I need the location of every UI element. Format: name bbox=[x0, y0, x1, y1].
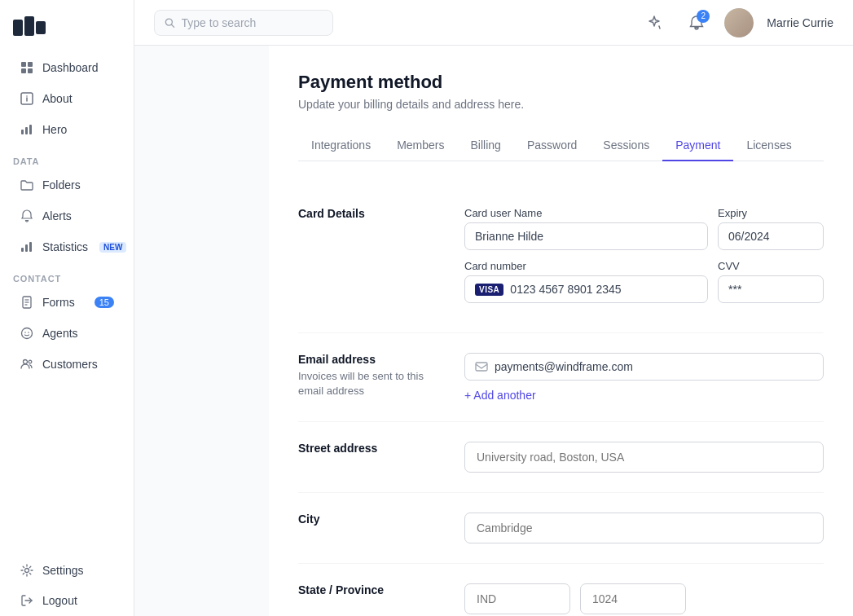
card-row-1: Card user Name Expiry bbox=[464, 207, 824, 250]
statistics-badge: NEW bbox=[99, 242, 126, 253]
sidebar-item-statistics-label: Statistics bbox=[42, 240, 88, 253]
svg-rect-10 bbox=[21, 130, 24, 134]
contact-section-label: CONTACT bbox=[0, 262, 134, 287]
svg-point-24 bbox=[29, 360, 32, 363]
zip-input[interactable] bbox=[580, 583, 686, 614]
expiry-group: Expiry bbox=[718, 207, 824, 250]
sidebar-item-customers[interactable]: Customers bbox=[7, 350, 127, 379]
tab-bar: Integrations Members Billing Password Se… bbox=[298, 130, 824, 161]
search-box[interactable] bbox=[154, 10, 333, 36]
sidebar-item-agents[interactable]: Agents bbox=[7, 319, 127, 348]
grid-icon bbox=[20, 60, 34, 75]
tab-password[interactable]: Password bbox=[514, 130, 590, 161]
state-section: State / Province bbox=[298, 564, 824, 616]
bell-icon bbox=[20, 209, 34, 223]
logo[interactable] bbox=[0, 0, 134, 52]
svg-rect-13 bbox=[21, 248, 24, 252]
forms-badge: 15 bbox=[95, 297, 114, 308]
card-details-content: Card user Name Expiry Card number VISA bbox=[464, 207, 824, 313]
card-user-name-label: Card user Name bbox=[464, 207, 708, 219]
sidebar-item-dashboard-label: Dashboard bbox=[42, 61, 99, 74]
tab-payment[interactable]: Payment bbox=[662, 130, 733, 161]
email-sublabel: Invoices will be sent to this email addr… bbox=[298, 369, 445, 398]
cvv-input[interactable] bbox=[728, 283, 777, 296]
sidebar-item-about[interactable]: About bbox=[7, 84, 127, 113]
page-title: Payment method bbox=[298, 72, 824, 93]
sidebar-item-agents-label: Agents bbox=[42, 327, 78, 340]
svg-rect-0 bbox=[13, 20, 23, 36]
bar-chart-icon bbox=[20, 122, 34, 137]
tab-billing[interactable]: Billing bbox=[458, 130, 514, 161]
sidebar-item-hero-label: Hero bbox=[42, 123, 67, 136]
avatar-image bbox=[724, 8, 754, 37]
gear-icon bbox=[20, 563, 34, 578]
card-details-label-col: Card Details bbox=[298, 207, 445, 223]
document-icon bbox=[20, 295, 34, 310]
svg-rect-12 bbox=[29, 125, 32, 134]
sidebar-item-dashboard[interactable]: Dashboard bbox=[7, 53, 127, 82]
data-section-label: DATA bbox=[0, 145, 134, 169]
sidebar-item-folders-label: Folders bbox=[42, 178, 81, 191]
sidebar-item-statistics[interactable]: Statistics NEW bbox=[7, 232, 127, 262]
street-label: Street address bbox=[298, 442, 445, 455]
add-another-label: + Add another bbox=[464, 389, 536, 402]
sidebar-item-forms-label: Forms bbox=[42, 296, 75, 309]
sidebar-item-alerts-label: Alerts bbox=[42, 209, 72, 222]
svg-point-20 bbox=[22, 328, 33, 339]
email-input[interactable] bbox=[495, 360, 813, 373]
launch-icon bbox=[646, 15, 662, 31]
tab-members[interactable]: Members bbox=[384, 130, 457, 161]
expiry-input[interactable] bbox=[718, 222, 824, 250]
topbar: 2 Marrie Currie bbox=[134, 0, 853, 46]
sidebar-item-folders[interactable]: Folders bbox=[7, 170, 127, 200]
chart-icon bbox=[20, 240, 34, 254]
people-icon bbox=[20, 357, 34, 372]
notifications-btn[interactable]: 2 bbox=[682, 8, 711, 37]
street-content bbox=[464, 442, 824, 473]
add-another-btn[interactable]: + Add another bbox=[464, 389, 824, 402]
sidebar-item-settings-label: Settings bbox=[42, 564, 84, 577]
street-section: Street address bbox=[298, 422, 824, 493]
sidebar-item-about-label: About bbox=[42, 92, 73, 105]
svg-rect-1 bbox=[24, 16, 34, 36]
card-number-wrap: VISA bbox=[464, 275, 708, 303]
city-label: City bbox=[298, 513, 445, 526]
city-section: City bbox=[298, 493, 824, 564]
email-label-col: Email address Invoices will be sent to t… bbox=[298, 353, 445, 398]
sidebar-item-settings[interactable]: Settings bbox=[7, 556, 127, 585]
sidebar-item-alerts[interactable]: Alerts bbox=[7, 201, 127, 231]
city-input[interactable] bbox=[464, 513, 824, 543]
tab-licenses[interactable]: Licenses bbox=[733, 130, 804, 161]
svg-rect-15 bbox=[29, 242, 32, 252]
tab-integrations[interactable]: Integrations bbox=[298, 130, 384, 161]
sidebar-item-logout[interactable]: Logout bbox=[7, 586, 127, 615]
svg-rect-5 bbox=[21, 68, 26, 73]
svg-point-22 bbox=[28, 332, 29, 333]
launch-icon-btn[interactable] bbox=[640, 8, 669, 37]
avatar[interactable] bbox=[724, 8, 754, 37]
svg-rect-4 bbox=[28, 62, 33, 67]
card-number-group: Card number VISA bbox=[464, 260, 708, 303]
card-details-section: Card Details Card user Name Expiry Card … bbox=[298, 187, 824, 333]
svg-point-25 bbox=[25, 569, 29, 573]
tab-sessions[interactable]: Sessions bbox=[590, 130, 662, 161]
svg-rect-6 bbox=[28, 68, 33, 73]
card-user-name-input[interactable] bbox=[464, 222, 708, 250]
card-row-2: Card number VISA CVV bbox=[464, 260, 824, 303]
folder-icon bbox=[20, 178, 34, 192]
svg-point-9 bbox=[26, 95, 28, 97]
sidebar-item-forms[interactable]: Forms 15 bbox=[7, 288, 127, 317]
user-name: Marrie Currie bbox=[767, 16, 833, 29]
state-row bbox=[464, 583, 824, 614]
search-input[interactable] bbox=[182, 16, 323, 29]
card-number-input[interactable] bbox=[510, 283, 697, 296]
email-section: Email address Invoices will be sent to t… bbox=[298, 333, 824, 422]
svg-point-21 bbox=[24, 332, 26, 333]
state-input[interactable] bbox=[464, 583, 570, 614]
sidebar-item-hero[interactable]: Hero bbox=[7, 115, 127, 144]
page-subtitle: Update your billing details and address … bbox=[298, 98, 824, 111]
street-input[interactable] bbox=[464, 442, 824, 473]
state-label-col: State / Province bbox=[298, 583, 445, 600]
email-content: + Add another bbox=[464, 353, 824, 402]
topbar-right: 2 Marrie Currie bbox=[640, 8, 833, 37]
